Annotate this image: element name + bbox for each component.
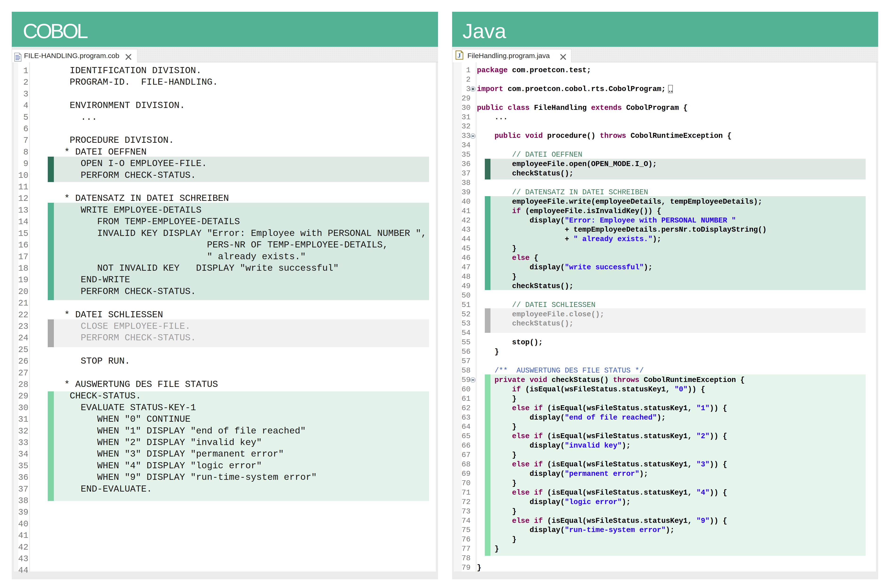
- svg-text:J: J: [457, 52, 461, 59]
